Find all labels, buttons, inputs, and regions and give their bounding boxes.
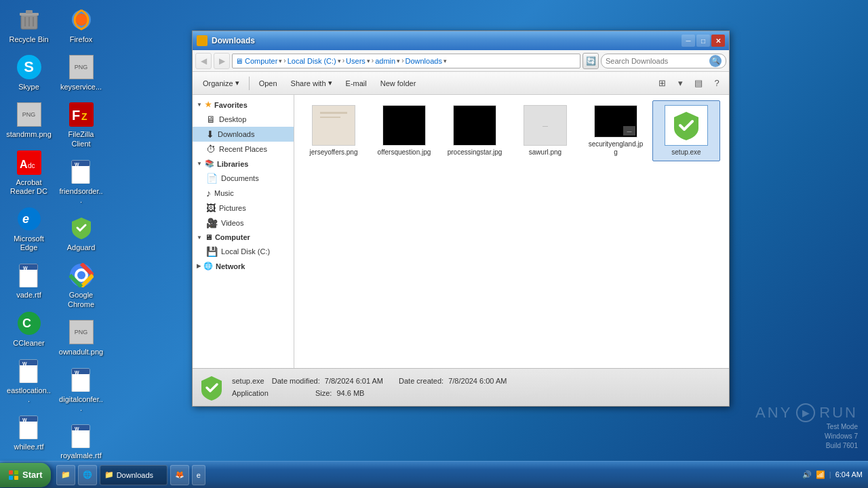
file-item-securityengland[interactable]: — securityengland.jpg: [582, 100, 650, 161]
favorites-icon: ★: [205, 100, 212, 109]
anyrun-play-icon: ▶: [796, 403, 815, 422]
file-item-sawurl[interactable]: — sawurl.png: [511, 100, 579, 161]
nav-back-button[interactable]: ◀: [195, 53, 212, 69]
nav-item-downloads[interactable]: ⬇ Downloads: [193, 127, 294, 142]
share-with-button[interactable]: Share with ▾: [285, 75, 338, 92]
desktop-icon-keyservice[interactable]: PNG keyservice...: [56, 51, 106, 94]
filezilla-label: FileZilla Client: [58, 130, 104, 148]
nav-item-videos[interactable]: 🎥 Videos: [193, 216, 294, 230]
taskbar-explorer-button[interactable]: 📁: [56, 465, 75, 485]
desktop-icon-ownadult[interactable]: PNG ownadult.png: [56, 316, 106, 359]
desktop-icon-royalmale[interactable]: W royalmale.rtf: [56, 420, 106, 463]
help-button[interactable]: ?: [709, 75, 725, 92]
svg-text:C: C: [22, 317, 31, 330]
desktop-icon-ccleaner[interactable]: C CCleaner: [3, 307, 54, 350]
refresh-button[interactable]: 🔄: [583, 53, 599, 69]
taskbar-ie-button[interactable]: 🌐: [78, 465, 97, 485]
desktop-icon-chrome[interactable]: Google Chrome: [56, 259, 106, 311]
close-button[interactable]: ✕: [711, 35, 725, 47]
desktop-icon-skype[interactable]: S Skype: [3, 51, 54, 94]
favorites-header[interactable]: ▼ ★ Favorites: [193, 98, 294, 112]
network-tray-icon[interactable]: 📶: [816, 470, 825, 479]
desktop-icon-whilee[interactable]: W whilee.rtf: [3, 411, 54, 454]
documents-nav-icon: 📄: [206, 173, 218, 184]
search-button[interactable]: 🔍: [709, 55, 722, 67]
organize-arrow: ▾: [235, 79, 239, 87]
file-thumb-setup: [665, 105, 708, 146]
computer-triangle: ▼: [197, 235, 202, 241]
status-bar: setup.exe Date modified: 7/8/2024 6:01 A…: [193, 368, 729, 406]
nav-item-desktop[interactable]: 🖥 Desktop: [193, 112, 294, 127]
desktop-icon-vade[interactable]: W vade.rtf: [3, 259, 54, 302]
taskbar-separator: |: [829, 470, 831, 479]
desktop-icon-standmm[interactable]: PNG standmm.png: [3, 98, 54, 142]
whilee-label: whilee.rtf: [14, 443, 43, 451]
taskbar-folder-icon: 📁: [104, 470, 114, 479]
svg-text:F: F: [72, 108, 80, 123]
libraries-triangle: ▼: [197, 161, 202, 167]
nav-item-local-disk[interactable]: 💾 Local Disk (C:): [193, 244, 294, 259]
volume-icon[interactable]: 🔊: [802, 470, 812, 479]
svg-rect-45: [9, 470, 13, 474]
desktop-icon-digitalconfer[interactable]: W digitalconfer...: [56, 363, 106, 415]
view-list-button[interactable]: ▤: [690, 75, 707, 92]
organize-label: Organize: [203, 79, 233, 87]
breadcrumb-computer[interactable]: 🖥 Computer ▾: [235, 57, 282, 65]
file-item-setup[interactable]: setup.exe: [652, 100, 720, 161]
desktop-icon-adguard[interactable]: Adguard: [56, 211, 106, 255]
maximize-button[interactable]: □: [696, 35, 710, 47]
taskbar-edge-button[interactable]: e: [192, 465, 205, 485]
nav-item-pictures[interactable]: 🖼 Pictures: [193, 201, 294, 216]
anyrun-text: ANY: [755, 404, 792, 422]
email-button[interactable]: E-mail: [340, 75, 373, 92]
desktop-icon-friendsorder[interactable]: W friendsorder...: [56, 155, 106, 207]
windows-logo-icon: [8, 470, 19, 481]
breadcrumb-downloads[interactable]: Downloads ▾: [406, 57, 447, 65]
network-header[interactable]: ▶ 🌐 Network: [193, 259, 294, 273]
nav-item-music[interactable]: ♪ Music: [193, 186, 294, 201]
desktop-icon-filezilla[interactable]: F Z FileZilla Client: [56, 98, 106, 150]
libraries-label: Libraries: [217, 160, 248, 168]
svg-point-24: [75, 14, 87, 26]
open-button[interactable]: Open: [253, 75, 283, 92]
music-nav-label: Music: [214, 189, 234, 197]
file-item-processingstar[interactable]: processingstar.jpg: [441, 100, 509, 161]
svg-rect-43: [320, 112, 347, 114]
taskbar-clock[interactable]: 6:04 AM: [835, 470, 863, 479]
desktop-icon-recycle-bin[interactable]: Recycle Bin: [3, 3, 54, 47]
chrome-label: Google Chrome: [58, 291, 104, 308]
file-item-jerseyoffers[interactable]: jerseyoffers.png: [300, 100, 368, 161]
taskbar-active-window[interactable]: 📁 Downloads: [100, 465, 167, 485]
search-bar: 🔍: [601, 54, 726, 68]
new-folder-button[interactable]: New folder: [374, 75, 422, 92]
taskbar-firefox-button[interactable]: 🦊: [170, 465, 189, 485]
desktop-icon-eastlocation[interactable]: W eastlocation...: [3, 354, 54, 407]
libraries-header[interactable]: ▼ 📚 Libraries: [193, 157, 294, 171]
nav-item-recent-places[interactable]: ⏱ Recent Places: [193, 142, 294, 157]
search-input[interactable]: [606, 57, 709, 65]
watermark-area: ANY ▶ RUN Test Mode Windows 7 Build 7601: [755, 403, 858, 451]
breadcrumb-users[interactable]: Users ▾: [346, 57, 370, 65]
start-button[interactable]: Start: [0, 463, 51, 487]
computer-header[interactable]: ▼ 🖥 Computer: [193, 230, 294, 244]
breadcrumb-admin[interactable]: admin ▾: [375, 57, 400, 65]
desktop-icon-edge[interactable]: e Microsoft Edge: [3, 203, 54, 255]
nav-item-documents[interactable]: 📄 Documents: [193, 171, 294, 186]
network-triangle: ▶: [197, 263, 201, 269]
organize-button[interactable]: Organize ▾: [197, 75, 245, 92]
svg-text:dc: dc: [28, 162, 35, 169]
vade-label: vade.rtf: [16, 291, 41, 300]
address-bar: ◀ ▶ 🖥 Computer ▾ › Local Disk (C:) ▾ › U…: [193, 50, 729, 72]
desktop-icon-firefox[interactable]: Firefox: [56, 3, 106, 47]
view-details-button[interactable]: ▾: [672, 75, 688, 92]
view-large-icons-button[interactable]: ⊞: [654, 75, 670, 92]
file-item-offersquestion[interactable]: offersquestion.jpg: [370, 100, 438, 161]
breadcrumb-bar[interactable]: 🖥 Computer ▾ › Local Disk (C:) ▾ › Users…: [232, 54, 580, 68]
minimize-button[interactable]: ─: [682, 35, 695, 47]
music-nav-icon: ♪: [206, 188, 211, 199]
local-disk-nav-icon: 💾: [206, 246, 218, 257]
desktop-icon-acrobat[interactable]: A dc Acrobat Reader DC: [3, 146, 54, 199]
breadcrumb-localdisk[interactable]: Local Disk (C:) ▾: [288, 57, 341, 65]
nav-forward-button[interactable]: ▶: [214, 53, 230, 69]
status-date-created: 7/8/2024 6:00 AM: [448, 377, 507, 385]
